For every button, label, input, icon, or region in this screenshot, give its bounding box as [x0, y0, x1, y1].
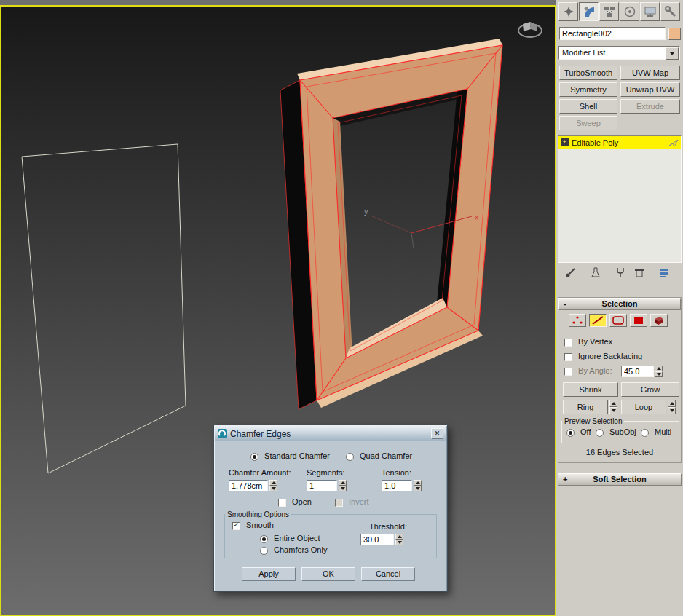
tab-motion[interactable] — [620, 2, 639, 21]
create-icon — [562, 5, 575, 18]
spinner-down-button[interactable] — [395, 540, 403, 545]
quad-chamfer-radio[interactable]: Quad Chamfer — [346, 451, 412, 461]
pin-stack-icon[interactable] — [565, 266, 577, 278]
ignore-backfacing-checkbox[interactable]: Ignore Backfacing — [564, 352, 642, 361]
by-angle-field[interactable] — [621, 366, 654, 377]
tension-field[interactable] — [382, 480, 412, 491]
tab-utilities[interactable] — [660, 2, 680, 21]
spinner-up-button[interactable] — [395, 534, 403, 540]
close-button[interactable]: ✕ — [431, 428, 443, 439]
vertex-subobject-button[interactable] — [569, 314, 586, 327]
modifier-list-arrow-button[interactable] — [666, 47, 679, 60]
chamfer-amount-spinner[interactable] — [269, 480, 277, 491]
spinner-down-button[interactable] — [339, 486, 347, 491]
radio-icon[interactable] — [596, 429, 604, 437]
remove-modifier-icon[interactable] — [633, 266, 645, 278]
standard-chamfer-label: Standard Chamfer — [264, 451, 330, 460]
wireframe-plane — [22, 144, 186, 473]
apply-button[interactable]: Apply — [242, 567, 296, 581]
polygon-subobject-button[interactable] — [630, 314, 647, 327]
radio-icon[interactable] — [260, 535, 268, 543]
selection-rollout-header[interactable]: - Selection — [558, 298, 681, 310]
radio-icon[interactable] — [346, 453, 354, 461]
sweep-button: Sweep — [559, 116, 617, 130]
spinner-up-button[interactable] — [668, 400, 676, 407]
make-unique-icon[interactable] — [615, 266, 626, 278]
smooth-checkbox[interactable]: Smooth — [232, 521, 274, 530]
spinner-down-button[interactable] — [668, 407, 676, 414]
stack-expand-icon[interactable]: + — [561, 138, 569, 146]
object-color-swatch[interactable] — [668, 28, 681, 40]
loop-spinner[interactable] — [668, 400, 676, 414]
ok-button[interactable]: OK — [301, 567, 355, 581]
ring-spinner[interactable] — [609, 400, 617, 414]
spinner-down-button[interactable] — [269, 486, 277, 491]
preview-off-radio[interactable]: Off — [566, 427, 591, 437]
spinner-up-button[interactable] — [269, 480, 277, 486]
unwrap-uvw-button[interactable]: Unwrap UVW — [620, 82, 680, 97]
tension-spinner[interactable] — [414, 480, 422, 491]
chamfers-only-radio[interactable]: Chamfers Only — [260, 545, 327, 555]
by-angle-checkbox[interactable]: By Angle: — [564, 366, 612, 376]
radio-icon[interactable] — [260, 547, 268, 555]
modifier-status-icon — [668, 138, 679, 147]
spinner-up-button[interactable] — [414, 480, 422, 486]
edge-subobject-button[interactable] — [589, 314, 607, 327]
preview-subobj-radio[interactable]: SubObj — [596, 427, 636, 437]
checkbox-icon[interactable] — [232, 522, 240, 530]
loop-button[interactable]: Loop — [621, 400, 666, 414]
chamfer-amount-field[interactable] — [229, 480, 268, 491]
by-angle-spinner[interactable] — [655, 366, 663, 377]
stack-item-editable-poly[interactable]: + Editable Poly — [558, 136, 681, 149]
segments-spinner[interactable] — [339, 480, 347, 491]
tab-display[interactable] — [640, 2, 660, 21]
soft-selection-rollout-header[interactable]: + Soft Selection — [558, 473, 682, 486]
ring-button[interactable]: Ring — [563, 400, 608, 414]
entire-object-radio[interactable]: Entire Object — [260, 534, 320, 543]
segments-field[interactable] — [307, 480, 337, 491]
element-subobject-button[interactable] — [650, 314, 668, 327]
shell-button[interactable]: Shell — [559, 99, 617, 114]
modifier-list-dropdown[interactable]: Modifier List — [558, 46, 680, 60]
smoothing-options-group: Smoothing Options Smooth Threshold: Enti… — [224, 510, 437, 558]
dialog-titlebar[interactable]: Chamfer Edges ✕ — [215, 426, 446, 441]
modifier-stack-list[interactable]: + Editable Poly — [558, 135, 682, 263]
grow-button[interactable]: Grow — [621, 382, 679, 397]
open-checkbox[interactable]: Open — [278, 497, 312, 507]
by-vertex-checkbox[interactable]: By Vertex — [564, 337, 612, 347]
command-panel-tabs — [558, 2, 680, 21]
spinner-up-button[interactable] — [609, 400, 617, 407]
radio-icon[interactable] — [250, 453, 258, 461]
standard-chamfer-radio[interactable]: Standard Chamfer — [250, 451, 330, 461]
symmetry-button[interactable]: Symmetry — [559, 82, 617, 97]
tab-modify[interactable] — [579, 2, 599, 21]
spinner-up-button[interactable] — [655, 366, 663, 371]
threshold-field[interactable] — [360, 534, 394, 545]
cancel-button[interactable]: Cancel — [361, 567, 415, 581]
object-name-field[interactable] — [559, 27, 666, 40]
turbosmooth-button[interactable]: TurboSmooth — [559, 66, 617, 80]
shrink-button[interactable]: Shrink — [563, 382, 618, 397]
threshold-spinner[interactable] — [395, 534, 403, 545]
spinner-up-button[interactable] — [339, 480, 347, 486]
spinner-down-button[interactable] — [414, 486, 422, 491]
radio-icon[interactable] — [566, 429, 575, 437]
checkbox-icon[interactable] — [564, 339, 572, 347]
tab-create[interactable] — [558, 2, 578, 21]
border-subobject-button[interactable] — [609, 314, 627, 327]
checkbox-icon[interactable] — [564, 353, 572, 361]
radio-icon[interactable] — [641, 429, 649, 437]
uvw-map-button[interactable]: UVW Map — [620, 66, 680, 80]
toolbar-strip — [0, 0, 556, 5]
preview-multi-radio[interactable]: Multi — [641, 427, 671, 437]
checkbox-icon[interactable] — [278, 499, 286, 507]
preview-off-label: Off — [580, 427, 591, 436]
spinner-down-button[interactable] — [609, 407, 617, 414]
show-end-result-icon[interactable] — [590, 266, 601, 278]
spinner-down-button[interactable] — [655, 371, 663, 377]
checkbox-icon[interactable] — [564, 368, 572, 376]
orbit-gizmo-icon[interactable] — [518, 22, 542, 37]
tab-hierarchy[interactable] — [599, 2, 619, 21]
configure-modifier-sets-icon[interactable] — [658, 266, 670, 278]
chevron-down-icon — [670, 52, 674, 55]
